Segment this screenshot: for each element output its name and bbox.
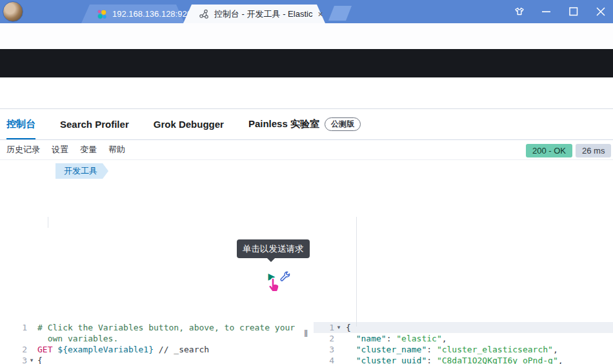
kibana-nav-row: 默 开发工具控制台 xyxy=(0,77,613,109)
gutter: 2 xyxy=(314,333,346,344)
close-tab-icon[interactable]: × xyxy=(317,10,323,19)
history-link[interactable]: 历史记录 xyxy=(6,144,40,156)
settings-link[interactable]: 设置 xyxy=(52,144,68,156)
new-tab-button[interactable] xyxy=(328,6,352,21)
tab-label: Grok Debugger xyxy=(154,119,224,130)
gutter: 3▾ xyxy=(0,355,37,364)
variables-link[interactable]: 变量 xyxy=(80,144,97,156)
line-number: 4 xyxy=(314,355,334,364)
response-viewer[interactable]: 1▾{2 "name": "elastic",3 "cluster_name":… xyxy=(314,320,613,364)
tab-label: Search Profiler xyxy=(60,119,129,130)
line-number: 2 xyxy=(314,333,334,344)
indent-guide xyxy=(48,217,48,228)
code-line[interactable]: 3▾{ xyxy=(0,355,303,364)
tab-search-profiler[interactable]: Search Profiler xyxy=(60,109,129,139)
request-editor[interactable]: 1# Click the Variables button, above, to… xyxy=(0,320,303,364)
code-line[interactable]: own variables. xyxy=(0,333,303,344)
tab-grok-debugger[interactable]: Grok Debugger xyxy=(154,109,224,139)
indent-guide xyxy=(356,217,357,327)
gutter: 1▾ xyxy=(314,322,346,333)
code-text: "name": "elastic", xyxy=(346,333,447,344)
line-number: 3 xyxy=(0,355,27,364)
code-text: { xyxy=(37,355,43,364)
breadcrumb-dev-tools[interactable]: 开发工具 xyxy=(55,163,108,179)
line-number: 1 xyxy=(314,322,334,333)
fold-arrow-icon[interactable]: ▾ xyxy=(27,355,36,364)
elastic-favicon xyxy=(97,9,107,19)
code-text: "cluster_name": "cluster_elasticsearch", xyxy=(346,344,558,355)
status-badge: 200 - OK xyxy=(526,144,572,157)
panel-splitter-handle[interactable]: ‖ xyxy=(300,326,312,340)
code-line[interactable]: 2GET ${exampleVariable1} // _search xyxy=(0,344,303,355)
code-line[interactable]: 1▾{ xyxy=(314,322,613,333)
code-line[interactable]: 3 "cluster_name": "cluster_elasticsearch… xyxy=(314,344,613,355)
code-line[interactable]: 1# Click the Variables button, above, to… xyxy=(0,322,303,333)
elastic-header: elastic 查找应用、内容等。 ^/ e xyxy=(0,49,613,77)
title-bar: 192.168.136.128:9200 控制台 - 开发工具 - Elasti… xyxy=(0,0,613,23)
toolbar-links: 历史记录设置变量帮助 xyxy=(6,140,125,159)
line-number: 2 xyxy=(0,344,27,355)
tab-painless-lab[interactable]: Painless 实验室公测版 xyxy=(248,109,361,139)
response-time-badge: 26 ms xyxy=(576,144,611,157)
help-link[interactable]: 帮助 xyxy=(108,144,125,156)
code-line[interactable]: 4 "cluster_uuid": "C8daT1O2QKqTI6y_oPnd-… xyxy=(314,355,613,364)
minimize-button[interactable] xyxy=(538,3,555,20)
cluster-favicon xyxy=(199,9,209,19)
code-text: GET ${exampleVariable1} // _search xyxy=(37,344,209,355)
browser-tab-active[interactable]: 控制台 - 开发工具 - Elastic × xyxy=(183,5,325,23)
line-number: 1 xyxy=(0,322,27,333)
tab-label: Painless 实验室 xyxy=(248,118,319,130)
code-text: "cluster_uuid": "C8daT1O2QKqTI6y_oPnd-g"… xyxy=(346,355,563,364)
tooltip-arrow xyxy=(267,258,275,266)
maximize-button[interactable] xyxy=(565,3,582,20)
code-text: # Click the Variables button, above, to … xyxy=(37,322,295,333)
tab-title: 控制台 - 开发工具 - Elastic xyxy=(214,8,312,20)
browser-toolbar: ☆ 192.168.136.128:5601/app/dev_tools#/co… xyxy=(0,23,613,49)
fold-arrow-icon[interactable]: ▾ xyxy=(334,322,343,333)
line-number: 3 xyxy=(314,344,334,355)
skin-theme-button[interactable] xyxy=(511,3,528,20)
gutter: 4 xyxy=(314,355,346,364)
tab-label: 控制台 xyxy=(6,118,35,130)
tab-console[interactable]: 控制台 xyxy=(6,109,35,139)
mouse-hand-cursor xyxy=(266,276,283,296)
beta-badge: 公测版 xyxy=(325,117,361,131)
close-window-button[interactable] xyxy=(592,3,609,20)
feature-tabs: 控制台Search ProfilerGrok DebuggerPainless … xyxy=(6,109,361,139)
gutter: 3 xyxy=(314,344,346,355)
code-text: own variables. xyxy=(37,333,118,344)
code-text: { xyxy=(346,322,351,333)
browser-tab-inactive[interactable]: 192.168.136.128:9200 xyxy=(81,5,185,23)
gutter: 2 xyxy=(0,344,37,355)
browser-window: 192.168.136.128:9200 控制台 - 开发工具 - Elasti… xyxy=(0,0,613,364)
browser-profile-avatar[interactable] xyxy=(3,1,23,22)
code-line[interactable]: 2 "name": "elastic", xyxy=(314,333,613,344)
gutter: 1 xyxy=(0,322,37,333)
send-request-tooltip: 单击以发送请求 xyxy=(237,239,310,258)
